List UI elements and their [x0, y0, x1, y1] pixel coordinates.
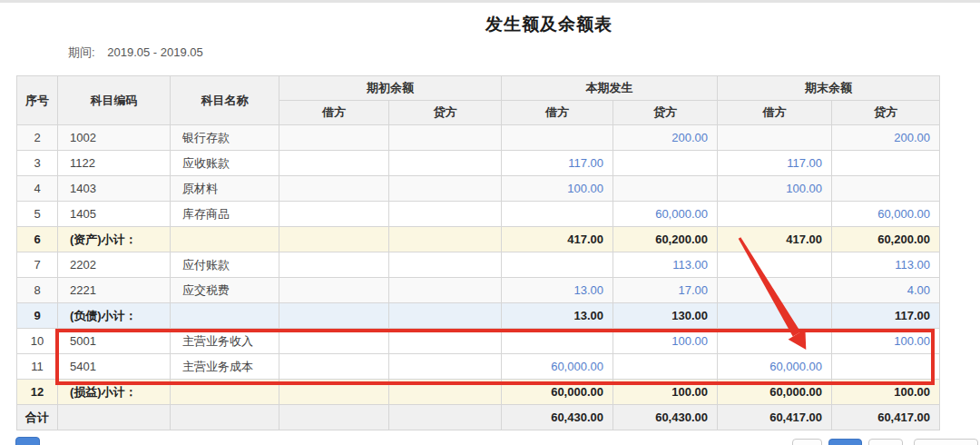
cell-opening-debit	[279, 380, 389, 405]
subheader-current-debit: 借方	[502, 101, 613, 125]
cell-opening-debit	[279, 303, 389, 329]
cell-current-credit	[613, 354, 718, 380]
subheader-ending-debit: 借方	[718, 101, 832, 125]
cell-current-credit: 130.00	[613, 303, 718, 329]
footer-action-button[interactable]	[15, 437, 40, 445]
cell-no: 7	[17, 252, 58, 278]
cell-no: 3	[17, 151, 58, 176]
cell-ending-debit[interactable]: 117.00	[718, 151, 832, 176]
cell-code: 1002	[58, 125, 171, 151]
cell-code	[58, 405, 171, 430]
cell-no: 合计	[17, 405, 58, 430]
cell-name: 应付账款	[171, 252, 279, 278]
cell-ending-debit: 60,000.00	[718, 380, 832, 405]
cell-name: 应收账款	[171, 151, 279, 176]
cell-current-credit: 60,200.00	[613, 227, 718, 252]
col-header-no: 序号	[17, 76, 58, 125]
table-row: 2 1002 银行存款 200.00 200.00	[17, 125, 940, 151]
cell-current-debit[interactable]: 60,000.00	[502, 354, 613, 380]
table-row: 4 1403 原材料 100.00 100.00	[17, 176, 940, 202]
cell-name	[171, 405, 279, 430]
cell-code: 5401	[58, 354, 171, 380]
cell-ending-credit: 100.00	[832, 380, 940, 405]
cell-name: 原材料	[171, 176, 279, 202]
cell-opening-credit	[389, 202, 502, 227]
pagination-next-button[interactable]	[868, 439, 903, 445]
cell-ending-debit	[718, 303, 832, 329]
cell-opening-debit	[279, 405, 389, 430]
cell-current-credit[interactable]: 60,000.00	[613, 202, 718, 227]
cell-code: 1405	[58, 202, 171, 227]
table-row-highlighted: 10 5001 主营业务收入 100.00 100.00	[17, 329, 940, 354]
cell-ending-credit[interactable]: 113.00	[832, 252, 940, 278]
cell-current-debit	[502, 329, 613, 354]
pagination-page-size-select[interactable]	[914, 439, 978, 445]
cell-code: (负债)小计：	[58, 303, 171, 329]
cell-opening-credit	[389, 252, 502, 278]
cell-opening-credit	[389, 354, 502, 380]
cell-current-debit[interactable]: 100.00	[502, 176, 613, 202]
cell-opening-credit	[389, 303, 502, 329]
cell-current-debit[interactable]: 117.00	[502, 151, 613, 176]
cell-opening-debit	[279, 278, 389, 303]
cell-ending-debit	[718, 278, 832, 303]
subheader-current-credit: 贷方	[613, 101, 718, 125]
page-title: 发生额及余额表	[410, 13, 688, 36]
cell-ending-debit	[718, 202, 832, 227]
cell-no: 4	[17, 176, 58, 202]
cell-ending-credit: 60,200.00	[832, 227, 940, 252]
cell-ending-credit[interactable]: 60,000.00	[832, 202, 940, 227]
cell-code: 5001	[58, 329, 171, 354]
cell-current-credit[interactable]: 113.00	[613, 252, 718, 278]
cell-name	[171, 227, 279, 252]
cell-no: 10	[17, 329, 58, 354]
cell-code: 2202	[58, 252, 171, 278]
cell-no: 9	[17, 303, 58, 329]
cell-current-debit	[502, 125, 613, 151]
cell-ending-credit: 117.00	[832, 303, 940, 329]
cell-code: (损益)小计：	[58, 380, 171, 405]
cell-ending-debit	[718, 252, 832, 278]
period-filter: 期间: 2019.05 - 2019.05	[68, 44, 203, 61]
balance-table: 序号 科目编码 科目名称 期初余额 本期发生 期末余额 借方 贷方 借方 贷方 …	[16, 75, 940, 430]
cell-ending-credit[interactable]: 100.00	[832, 329, 940, 354]
cell-ending-credit[interactable]: 200.00	[832, 125, 940, 151]
subtotal-row-assets: 6 (资产)小计： 417.00 60,200.00 417.00 60,200…	[17, 227, 940, 252]
cell-current-credit[interactable]: 17.00	[613, 278, 718, 303]
table-row: 8 2221 应交税费 13.00 17.00 4.00	[17, 278, 940, 303]
pagination-prev-button[interactable]	[792, 439, 822, 445]
cell-name: 应交税费	[171, 278, 279, 303]
cell-opening-debit	[279, 125, 389, 151]
cell-name: 主营业务收入	[171, 329, 279, 354]
group-header-opening: 期初余额	[279, 76, 502, 101]
cell-ending-credit	[832, 176, 940, 202]
cell-opening-credit	[389, 125, 502, 151]
table-row: 3 1122 应收账款 117.00 117.00	[17, 151, 940, 176]
cell-no: 12	[17, 380, 58, 405]
cell-current-credit: 100.00	[613, 380, 718, 405]
cell-code: 2221	[58, 278, 171, 303]
period-label: 期间:	[68, 45, 95, 59]
cell-no: 6	[17, 227, 58, 252]
group-header-current: 本期发生	[502, 76, 718, 101]
cell-no: 5	[17, 202, 58, 227]
cell-ending-debit	[718, 329, 832, 354]
cell-name	[171, 380, 279, 405]
cell-ending-debit[interactable]: 100.00	[718, 176, 832, 202]
cell-no: 2	[17, 125, 58, 151]
cell-ending-credit[interactable]: 4.00	[832, 278, 940, 303]
period-value[interactable]: 2019.05 - 2019.05	[107, 45, 203, 59]
cell-opening-credit	[389, 278, 502, 303]
cell-name: 主营业务成本	[171, 354, 279, 380]
col-header-name: 科目名称	[171, 76, 279, 125]
pagination-current-page-button[interactable]	[828, 439, 862, 445]
cell-ending-debit	[718, 125, 832, 151]
cell-current-credit[interactable]: 100.00	[613, 329, 718, 354]
cell-name: 库存商品	[171, 202, 279, 227]
cell-code: 1122	[58, 151, 171, 176]
subheader-opening-debit: 借方	[279, 101, 389, 125]
cell-opening-debit	[279, 151, 389, 176]
cell-current-debit[interactable]: 13.00	[502, 278, 613, 303]
cell-ending-debit[interactable]: 60,000.00	[718, 354, 832, 380]
cell-current-credit[interactable]: 200.00	[613, 125, 718, 151]
